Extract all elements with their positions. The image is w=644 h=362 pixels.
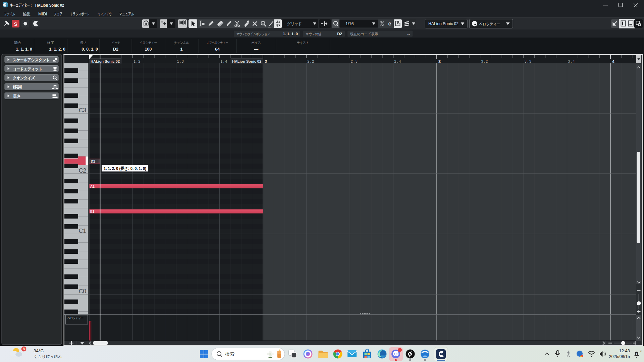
svg-text:ボイス: ボイス: [252, 41, 261, 45]
svg-text:2 . 4: 2 . 4: [394, 60, 401, 63]
svg-text:MIDI: MIDI: [38, 12, 47, 16]
svg-text:S: S: [14, 21, 17, 27]
svg-text:z: z: [640, 350, 642, 353]
svg-text:移調: 移調: [12, 84, 22, 89]
svg-text:3 . 4: 3 . 4: [568, 60, 575, 63]
svg-text:スコア: スコア: [54, 12, 62, 16]
svg-text:A1: A1: [90, 185, 95, 188]
svg-text:コードエディット: コードエディット: [13, 67, 42, 71]
svg-text:テキスト: テキスト: [297, 41, 309, 45]
svg-text:8: 8: [23, 347, 25, 351]
svg-text:e: e: [388, 21, 391, 26]
svg-text:クオンタイズ: クオンタイズ: [13, 76, 35, 80]
svg-text:1 . 4: 1 . 4: [221, 60, 227, 63]
svg-text:オフベロシティー: オフベロシティー: [207, 41, 228, 45]
svg-text:1. 1. 1. 0: 1. 1. 1. 0: [16, 47, 32, 52]
svg-text:HALion Sonic 02: HALion Sonic 02: [91, 59, 120, 63]
svg-text:C2: C2: [79, 167, 86, 174]
svg-text:くもり時々晴れ: くもり時々晴れ: [34, 355, 62, 359]
svg-text:終了: 終了: [47, 41, 54, 45]
svg-text:グリッド: グリッド: [287, 21, 302, 26]
svg-text:検索: 検索: [225, 352, 234, 357]
svg-text:E1: E1: [90, 210, 95, 214]
svg-text:3: 3: [438, 59, 441, 64]
svg-text:1. 1. 1. 0: 1. 1. 1. 0: [283, 32, 298, 36]
svg-text:4: 4: [612, 59, 614, 64]
svg-text:HALion Sonic 02: HALion Sonic 02: [232, 59, 261, 63]
svg-text:長さ: 長さ: [80, 41, 87, 45]
svg-text:1/16: 1/16: [345, 21, 354, 26]
svg-text:100: 100: [145, 47, 152, 52]
svg-text:1. 1. 2. 0: 1. 1. 2. 0: [49, 47, 65, 52]
svg-text:現在のコード表示: 現在のコード表示: [350, 32, 378, 36]
svg-text:チャンネル: チャンネル: [174, 41, 189, 45]
svg-text:--: --: [407, 32, 410, 36]
svg-text:C3: C3: [79, 107, 86, 114]
svg-text:1. 1. 2. 0 (長さ: 0. 0. 1. 0): 1. 1. 2. 0 (長さ: 0. 0. 1. 0): [104, 166, 146, 171]
svg-text:2 . 3: 2 . 3: [351, 60, 358, 63]
svg-text:0. 0. 1. 0: 0. 0. 1. 0: [82, 47, 98, 52]
svg-text:C0: C0: [79, 288, 87, 295]
svg-text:ベロシティー: ベロシティー: [140, 41, 157, 45]
svg-text:D2: D2: [113, 47, 118, 52]
svg-text:ベロシティー: ベロシティー: [67, 316, 84, 320]
svg-text:3 . 3: 3 . 3: [525, 60, 531, 63]
svg-text:1 . 2: 1 . 2: [134, 60, 141, 63]
svg-text:2: 2: [265, 59, 267, 64]
svg-text:64: 64: [215, 47, 220, 52]
svg-text:ウィンドウ: ウィンドウ: [98, 12, 112, 16]
svg-text:キーエディター：: キーエディター：: [10, 3, 33, 8]
svg-text:開始: 開始: [14, 41, 21, 45]
svg-text:ベロシティー: ベロシティー: [479, 22, 500, 26]
svg-text:12:43: 12:43: [619, 348, 630, 353]
svg-text:トランスポート: トランスポート: [70, 12, 90, 16]
svg-text:ファイル: ファイル: [4, 12, 15, 16]
svg-text:マニュアル: マニュアル: [119, 12, 134, 16]
svg-text:1 . 3: 1 . 3: [177, 60, 184, 63]
svg-text:2 . 2: 2 . 2: [308, 60, 314, 63]
svg-text:34°C: 34°C: [34, 348, 44, 353]
svg-text:ピッチ: ピッチ: [111, 41, 120, 45]
svg-text:C1: C1: [79, 228, 86, 234]
svg-text:長さ: 長さ: [13, 94, 21, 99]
svg-text:2025/08/15: 2025/08/15: [609, 354, 630, 359]
svg-text:HALion Sonic 02: HALion Sonic 02: [35, 3, 64, 8]
svg-text:HALion Sonic 02: HALion Sonic 02: [428, 21, 459, 26]
svg-text:マウスのタイムポジション: マウスのタイムポジション: [236, 32, 270, 36]
svg-text:3 . 2: 3 . 2: [481, 60, 488, 63]
svg-text:—: —: [254, 47, 259, 52]
svg-text:編集: 編集: [22, 12, 31, 16]
svg-text:スケールアシスタント: スケールアシスタント: [13, 58, 50, 62]
svg-text:マウスの値: マウスの値: [306, 32, 321, 36]
svg-text:D2: D2: [91, 159, 96, 163]
svg-text:D2: D2: [337, 32, 342, 36]
svg-text:1: 1: [180, 47, 183, 52]
